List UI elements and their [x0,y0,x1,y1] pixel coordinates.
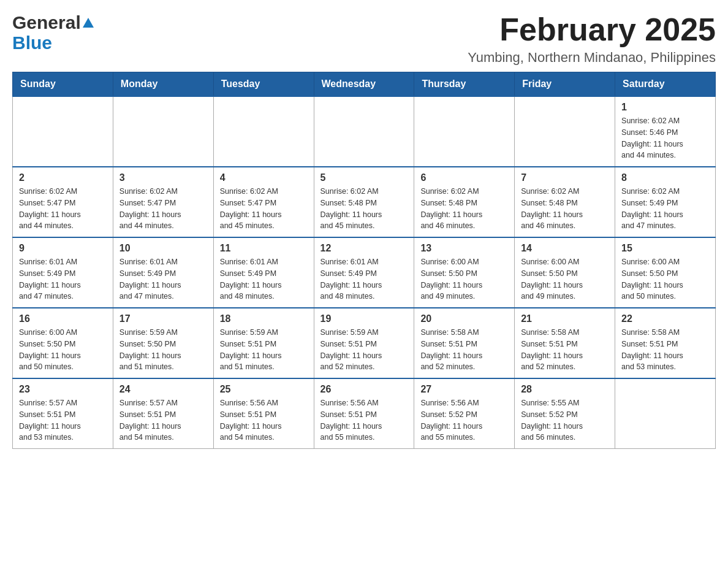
logo-blue: Blue [12,33,94,53]
day-number: 6 [420,172,508,183]
calendar-day-cell: 28Sunrise: 5:55 AM Sunset: 5:52 PM Dayli… [515,378,615,449]
day-info: Sunrise: 6:02 AM Sunset: 5:48 PM Dayligh… [521,186,609,232]
calendar-day-cell: 1Sunrise: 6:02 AM Sunset: 5:46 PM Daylig… [615,96,716,167]
day-of-week-header: Wednesday [314,72,414,97]
calendar-day-cell [314,96,414,167]
day-info: Sunrise: 6:02 AM Sunset: 5:47 PM Dayligh… [119,186,207,232]
day-info: Sunrise: 5:56 AM Sunset: 5:52 PM Dayligh… [420,397,508,443]
logo-triangle-icon [83,18,94,28]
day-of-week-header: Saturday [615,72,716,97]
calendar-day-cell [615,378,716,449]
logo-general: General [12,12,94,33]
calendar-day-cell [414,96,515,167]
day-number: 22 [621,313,709,324]
calendar-day-cell: 2Sunrise: 6:02 AM Sunset: 5:47 PM Daylig… [13,167,113,237]
day-number: 15 [621,243,709,254]
calendar-day-cell: 12Sunrise: 6:01 AM Sunset: 5:49 PM Dayli… [314,237,414,308]
calendar-day-cell [113,96,213,167]
day-info: Sunrise: 5:55 AM Sunset: 5:52 PM Dayligh… [521,397,609,443]
day-info: Sunrise: 6:00 AM Sunset: 5:50 PM Dayligh… [420,256,508,302]
day-info: Sunrise: 6:00 AM Sunset: 5:50 PM Dayligh… [621,256,709,302]
calendar-day-cell: 16Sunrise: 6:00 AM Sunset: 5:50 PM Dayli… [13,308,113,378]
day-info: Sunrise: 5:57 AM Sunset: 5:51 PM Dayligh… [19,397,107,443]
calendar-day-cell: 8Sunrise: 6:02 AM Sunset: 5:49 PM Daylig… [615,167,716,237]
day-of-week-header: Monday [113,72,213,97]
day-info: Sunrise: 5:59 AM Sunset: 5:51 PM Dayligh… [320,327,408,373]
calendar-week-row: 9Sunrise: 6:01 AM Sunset: 5:49 PM Daylig… [13,237,716,308]
day-info: Sunrise: 6:02 AM Sunset: 5:47 PM Dayligh… [19,186,107,232]
day-number: 25 [220,384,308,395]
day-number: 2 [19,172,107,183]
calendar-day-cell: 6Sunrise: 6:02 AM Sunset: 5:48 PM Daylig… [414,167,515,237]
day-number: 17 [119,313,207,324]
day-number: 11 [220,243,308,254]
day-info: Sunrise: 5:56 AM Sunset: 5:51 PM Dayligh… [220,397,308,443]
calendar-day-cell: 21Sunrise: 5:58 AM Sunset: 5:51 PM Dayli… [515,308,615,378]
day-of-week-header: Tuesday [213,72,314,97]
calendar-day-cell [515,96,615,167]
location-subtitle: Yumbing, Northern Mindanao, Philippines [468,50,716,66]
day-info: Sunrise: 5:58 AM Sunset: 5:51 PM Dayligh… [420,327,508,373]
calendar-day-cell: 9Sunrise: 6:01 AM Sunset: 5:49 PM Daylig… [13,237,113,308]
calendar-day-cell: 22Sunrise: 5:58 AM Sunset: 5:51 PM Dayli… [615,308,716,378]
calendar-day-cell: 11Sunrise: 6:01 AM Sunset: 5:49 PM Dayli… [213,237,314,308]
day-number: 12 [320,243,408,254]
day-number: 19 [320,313,408,324]
calendar-day-cell: 14Sunrise: 6:00 AM Sunset: 5:50 PM Dayli… [515,237,615,308]
calendar-day-cell: 18Sunrise: 5:59 AM Sunset: 5:51 PM Dayli… [213,308,314,378]
calendar-day-cell: 20Sunrise: 5:58 AM Sunset: 5:51 PM Dayli… [414,308,515,378]
calendar-day-cell: 27Sunrise: 5:56 AM Sunset: 5:52 PM Dayli… [414,378,515,449]
calendar-day-cell: 24Sunrise: 5:57 AM Sunset: 5:51 PM Dayli… [113,378,213,449]
day-info: Sunrise: 5:59 AM Sunset: 5:51 PM Dayligh… [220,327,308,373]
day-info: Sunrise: 5:58 AM Sunset: 5:51 PM Dayligh… [621,327,709,373]
day-info: Sunrise: 5:59 AM Sunset: 5:50 PM Dayligh… [119,327,207,373]
day-info: Sunrise: 6:01 AM Sunset: 5:49 PM Dayligh… [119,256,207,302]
calendar-day-cell: 25Sunrise: 5:56 AM Sunset: 5:51 PM Dayli… [213,378,314,449]
calendar-day-cell: 23Sunrise: 5:57 AM Sunset: 5:51 PM Dayli… [13,378,113,449]
calendar-day-cell: 4Sunrise: 6:02 AM Sunset: 5:47 PM Daylig… [213,167,314,237]
day-number: 9 [19,243,107,254]
day-number: 14 [521,243,609,254]
day-of-week-header: Thursday [414,72,515,97]
day-number: 18 [220,313,308,324]
title-section: February 2025 Yumbing, Northern Mindanao… [468,12,716,66]
day-info: Sunrise: 6:01 AM Sunset: 5:49 PM Dayligh… [19,256,107,302]
calendar-week-row: 2Sunrise: 6:02 AM Sunset: 5:47 PM Daylig… [13,167,716,237]
day-of-week-header: Sunday [13,72,113,97]
calendar-day-cell: 10Sunrise: 6:01 AM Sunset: 5:49 PM Dayli… [113,237,213,308]
day-info: Sunrise: 5:56 AM Sunset: 5:51 PM Dayligh… [320,397,408,443]
day-number: 16 [19,313,107,324]
day-info: Sunrise: 6:02 AM Sunset: 5:47 PM Dayligh… [220,186,308,232]
day-number: 26 [320,384,408,395]
calendar-header-row: SundayMondayTuesdayWednesdayThursdayFrid… [13,72,716,97]
day-number: 10 [119,243,207,254]
day-info: Sunrise: 6:00 AM Sunset: 5:50 PM Dayligh… [19,327,107,373]
logo: General Blue [12,12,94,53]
calendar-day-cell [213,96,314,167]
day-number: 5 [320,172,408,183]
day-number: 3 [119,172,207,183]
calendar-week-row: 23Sunrise: 5:57 AM Sunset: 5:51 PM Dayli… [13,378,716,449]
day-number: 23 [19,384,107,395]
day-of-week-header: Friday [515,72,615,97]
calendar-day-cell: 26Sunrise: 5:56 AM Sunset: 5:51 PM Dayli… [314,378,414,449]
day-number: 21 [521,313,609,324]
day-info: Sunrise: 6:01 AM Sunset: 5:49 PM Dayligh… [320,256,408,302]
day-info: Sunrise: 6:02 AM Sunset: 5:48 PM Dayligh… [420,186,508,232]
day-info: Sunrise: 5:57 AM Sunset: 5:51 PM Dayligh… [119,397,207,443]
calendar-day-cell: 13Sunrise: 6:00 AM Sunset: 5:50 PM Dayli… [414,237,515,308]
calendar-day-cell: 7Sunrise: 6:02 AM Sunset: 5:48 PM Daylig… [515,167,615,237]
day-info: Sunrise: 6:00 AM Sunset: 5:50 PM Dayligh… [521,256,609,302]
calendar-day-cell: 5Sunrise: 6:02 AM Sunset: 5:48 PM Daylig… [314,167,414,237]
day-info: Sunrise: 5:58 AM Sunset: 5:51 PM Dayligh… [521,327,609,373]
day-info: Sunrise: 6:02 AM Sunset: 5:48 PM Dayligh… [320,186,408,232]
day-number: 13 [420,243,508,254]
calendar-week-row: 1Sunrise: 6:02 AM Sunset: 5:46 PM Daylig… [13,96,716,167]
calendar-day-cell: 17Sunrise: 5:59 AM Sunset: 5:50 PM Dayli… [113,308,213,378]
calendar-week-row: 16Sunrise: 6:00 AM Sunset: 5:50 PM Dayli… [13,308,716,378]
day-number: 7 [521,172,609,183]
calendar-day-cell: 15Sunrise: 6:00 AM Sunset: 5:50 PM Dayli… [615,237,716,308]
calendar-table: SundayMondayTuesdayWednesdayThursdayFrid… [12,72,716,449]
calendar-day-cell: 3Sunrise: 6:02 AM Sunset: 5:47 PM Daylig… [113,167,213,237]
calendar-day-cell: 19Sunrise: 5:59 AM Sunset: 5:51 PM Dayli… [314,308,414,378]
